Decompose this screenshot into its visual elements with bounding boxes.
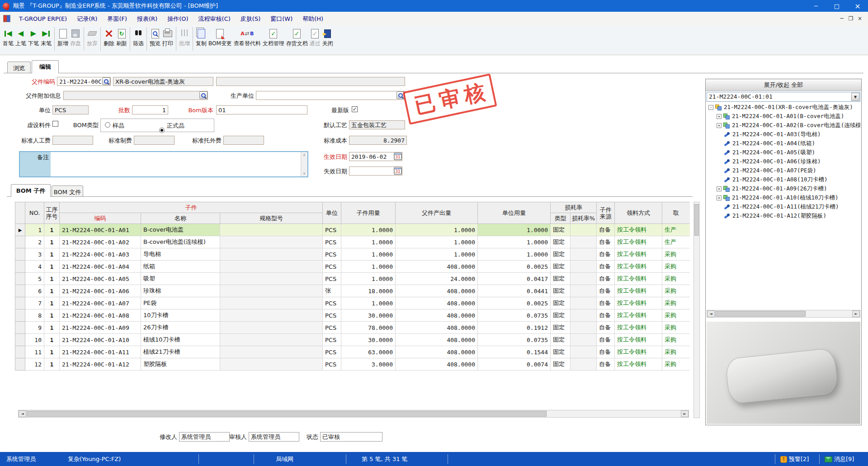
cell-no[interactable]: 12: [25, 358, 44, 371]
tree-node-2[interactable]: +21-M2224-00C-01-A02(B-cover电池盖(连续模): [707, 121, 860, 130]
cell-unit[interactable]: PCS: [323, 261, 341, 273]
cell-parent_out[interactable]: 408.0000: [396, 309, 478, 322]
expand-icon[interactable]: +: [717, 195, 722, 200]
cell-price[interactable]: 采购: [662, 346, 690, 358]
cell-loss_rate[interactable]: [571, 261, 597, 273]
toolbar-bomchange-button[interactable]: ◣BOM变更: [208, 25, 233, 52]
tree-version-dropdown[interactable]: 21-M2224-00C-01:01 ▼: [707, 92, 860, 102]
cell-loss_rate[interactable]: [571, 273, 597, 285]
cell-picking[interactable]: 按工令领料: [615, 273, 662, 285]
cell-parent_out[interactable]: 1.0000: [396, 224, 478, 236]
cell-unit_qty[interactable]: 0.0441: [478, 285, 551, 297]
cell-qty[interactable]: 63.0000: [341, 346, 396, 358]
cell-loss_rate[interactable]: [571, 248, 597, 261]
cell-code[interactable]: 21-M2224-00C-01-A09: [60, 322, 141, 334]
cell-qty[interactable]: 1.0000: [341, 224, 396, 236]
menu-item-6[interactable]: 皮肤(S): [236, 12, 265, 25]
cell-unit[interactable]: PCS: [323, 322, 341, 334]
tree-node-1[interactable]: +21-M2224-00C-01-A01(B-cover电池盖): [707, 112, 860, 121]
cell-code[interactable]: 21-M2224-00C-01-A04: [60, 261, 141, 273]
cell-unit_qty[interactable]: 0.0025: [478, 261, 551, 273]
cell-loss_rate[interactable]: [571, 297, 597, 309]
cell-source[interactable]: 自备: [597, 273, 615, 285]
row-selector[interactable]: [15, 334, 25, 346]
cell-spec[interactable]: [220, 358, 323, 371]
cell-unit[interactable]: 张: [323, 285, 341, 297]
expand-icon[interactable]: +: [717, 186, 722, 191]
toolbar-copy-button[interactable]: 复制: [195, 25, 208, 52]
toolbar-doc-button[interactable]: ✓文档管理: [262, 25, 285, 52]
scroll-down-icon[interactable]: ∨: [303, 171, 306, 176]
toolbar-invdoc-button[interactable]: ✓存货文档: [285, 25, 309, 52]
cell-parent_out[interactable]: 1.0000: [396, 248, 478, 261]
cell-qty[interactable]: 78.0000: [341, 322, 396, 334]
cell-parent_out[interactable]: 1.0000: [396, 236, 478, 248]
cell-picking[interactable]: 按工令领料: [615, 322, 662, 334]
cell-qty[interactable]: 3.0000: [341, 358, 396, 371]
cell-source[interactable]: 自备: [597, 358, 615, 371]
tab-browse[interactable]: 浏览: [7, 62, 31, 73]
cell-name[interactable]: 吸塑: [141, 273, 220, 285]
cell-loss_type[interactable]: 固定: [551, 322, 571, 334]
scroll-up-icon[interactable]: ∧: [303, 153, 306, 157]
virtual-part-checkbox[interactable]: [52, 121, 58, 127]
menu-item-3[interactable]: 报表(R): [132, 12, 162, 25]
cell-name[interactable]: PE袋: [141, 297, 220, 309]
cell-loss_type[interactable]: 固定: [551, 346, 571, 358]
cell-no[interactable]: 3: [25, 248, 44, 261]
mdi-minimize-button[interactable]: ─: [837, 15, 846, 22]
menu-item-7[interactable]: 窗口(W): [265, 12, 297, 25]
menu-item-8[interactable]: 帮助(H): [297, 12, 328, 25]
cell-loss_type[interactable]: 固定: [551, 224, 571, 236]
cell-code[interactable]: 21-M2224-00C-01-A08: [60, 309, 141, 322]
cell-code[interactable]: 21-M2224-00C-01-A05: [60, 273, 141, 285]
tree-node-7[interactable]: 21-M2224-00C-01-A07(PE袋): [707, 166, 860, 175]
cell-spec[interactable]: [220, 285, 323, 297]
cell-spec[interactable]: [220, 273, 323, 285]
cell-loss_rate[interactable]: [571, 334, 597, 346]
cell-no[interactable]: 6: [25, 285, 44, 297]
tree-node-10[interactable]: +21-M2224-00C-01-A10(植绒10刀卡槽): [707, 193, 860, 202]
scroll-right-button[interactable]: ►: [852, 310, 860, 317]
scroll-thumb[interactable]: [694, 204, 699, 236]
cell-code[interactable]: 21-M2224-00C-01-A11: [60, 346, 141, 358]
tree-node-8[interactable]: 21-M2224-00C-01-A08(10刀卡槽): [707, 175, 860, 184]
cell-code[interactable]: 21-M2224-00C-01-A07: [60, 297, 141, 309]
scroll-left-button[interactable]: ◄: [707, 310, 715, 317]
cell-seq[interactable]: 1: [44, 309, 60, 322]
cell-no[interactable]: 8: [25, 309, 44, 322]
cell-spec[interactable]: [220, 346, 323, 358]
cell-no[interactable]: 9: [25, 322, 44, 334]
cell-loss_rate[interactable]: [571, 346, 597, 358]
cell-picking[interactable]: 按工令领料: [615, 309, 662, 322]
cell-name[interactable]: 26刀卡槽: [141, 322, 220, 334]
cell-no[interactable]: 7: [25, 297, 44, 309]
cell-unit[interactable]: PCS: [323, 297, 341, 309]
cell-qty[interactable]: 1.0000: [341, 236, 396, 248]
row-selector[interactable]: ▶: [15, 224, 25, 236]
tree-expand-collapse-header[interactable]: 展开/收起 全部: [706, 79, 861, 91]
cell-seq[interactable]: 1: [44, 224, 60, 236]
cell-code[interactable]: 21-M2224-00C-01-A06: [60, 285, 141, 297]
cell-spec[interactable]: [220, 261, 323, 273]
statusbar-alert[interactable]: 预警[2]: [789, 452, 809, 466]
cell-no[interactable]: 4: [25, 261, 44, 273]
cell-spec[interactable]: [220, 322, 323, 334]
cell-seq[interactable]: 1: [44, 322, 60, 334]
cell-seq[interactable]: 1: [44, 248, 60, 261]
tab-bom-files[interactable]: BOM 文件: [52, 185, 83, 197]
cell-unit_qty[interactable]: 0.0025: [478, 297, 551, 309]
cell-loss_type[interactable]: 固定: [551, 236, 571, 248]
cell-unit[interactable]: PCS: [323, 309, 341, 322]
cell-name[interactable]: 植绒10刀卡槽: [141, 334, 220, 346]
scroll-thumb[interactable]: [27, 411, 547, 417]
cell-loss_type[interactable]: 固定: [551, 261, 571, 273]
cell-price[interactable]: 采购: [662, 248, 690, 261]
cell-spec[interactable]: [220, 334, 323, 346]
toolbar-first-button[interactable]: ◀首笔: [2, 25, 14, 52]
close-button[interactable]: ×: [847, 0, 868, 12]
cell-parent_out[interactable]: 408.0000: [396, 358, 478, 371]
tree-root-node[interactable]: -21-M2224-00C-01(XR-B-cover电池盖-奥迪灰): [707, 103, 860, 112]
expand-icon[interactable]: +: [717, 114, 722, 119]
cell-loss_type[interactable]: 固定: [551, 273, 571, 285]
